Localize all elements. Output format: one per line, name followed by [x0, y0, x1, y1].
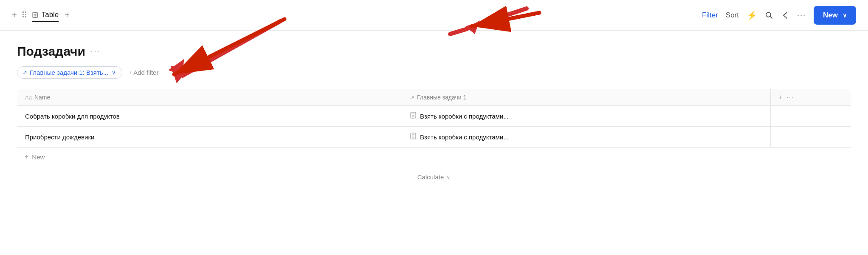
main-content: Подзадачи ··· ↗ Главные задачи 1: Взять.…	[0, 31, 868, 181]
new-button[interactable]: New ∨	[814, 6, 856, 25]
filter-chip-arrow-icon: ↗	[23, 69, 27, 76]
col-tasks-arrow-icon: ↗	[410, 94, 414, 101]
filter-chip-chevron-icon: ∨	[112, 69, 116, 76]
toolbar-left: + ⠿ ⊞ Table +	[12, 8, 697, 22]
new-button-chevron: ∨	[840, 12, 847, 19]
page-title-more[interactable]: ···	[90, 46, 101, 57]
row-name-text: Приобрести дождевики	[25, 133, 94, 141]
filter-chip-label: Главные задачи 1: Взять...	[30, 69, 108, 76]
row-name-text: Собрать коробки для продуктов	[25, 113, 120, 120]
cell-task-1: Взять коробки с продуктами...	[402, 127, 771, 147]
page-title: Подзадачи	[17, 44, 85, 59]
table-header-row: Aa Name ↗ Главные задачи 1 + ···	[17, 89, 851, 106]
new-button-divider	[839, 10, 839, 20]
add-filter-button[interactable]: + Add filter	[128, 69, 158, 76]
new-button-label: New	[823, 11, 838, 20]
filter-bar: ↗ Главные задачи 1: Взять... ∨ + Add fil…	[17, 66, 851, 79]
cell-extra-0	[771, 106, 851, 127]
col-name-header: Aa Name	[17, 89, 402, 106]
table-row[interactable]: Приобрести дождевики Взять коробки с про…	[17, 127, 851, 147]
cell-task-0: Взять коробки с продуктами...	[402, 106, 771, 127]
table-icon: ⊞	[32, 10, 38, 20]
svg-line-1	[770, 16, 772, 18]
col-name-label: Name	[34, 94, 50, 101]
add-view-icon[interactable]: +	[12, 10, 17, 20]
new-row-plus-icon: +	[25, 153, 28, 161]
filter-chip[interactable]: ↗ Главные задачи 1: Взять... ∨	[17, 66, 122, 79]
cell-name-0: Собрать коробки для продуктов	[17, 106, 402, 127]
new-row-label: New	[32, 153, 45, 161]
sort-button[interactable]: Sort	[726, 11, 739, 20]
page-title-row: Подзадачи ···	[17, 44, 851, 59]
filter-button[interactable]: Filter	[702, 11, 718, 20]
table-tab-label: Table	[42, 11, 59, 19]
task-doc-icon	[410, 133, 417, 141]
col-add-icon[interactable]: +	[778, 94, 782, 101]
add-tab-icon[interactable]: +	[65, 10, 70, 20]
calculate-label: Calculate	[417, 173, 444, 181]
calculate-bar[interactable]: Calculate ∨	[17, 166, 851, 181]
calculate-chevron-icon: ∨	[446, 174, 451, 180]
col-tasks-header: ↗ Главные задачи 1	[402, 89, 771, 106]
task-doc-icon	[410, 112, 417, 120]
toolbar: + ⠿ ⊞ Table + Filter Sort ⚡ ··· New ∨	[0, 0, 868, 31]
table-row[interactable]: Собрать коробки для продуктов Взять коро…	[17, 106, 851, 127]
toolbar-right: Filter Sort ⚡ ··· New ∨	[702, 6, 856, 25]
task-text: Взять коробки с продуктами...	[420, 113, 509, 120]
table-tab[interactable]: ⊞ Table	[32, 8, 59, 22]
more-button[interactable]: ···	[797, 11, 806, 20]
col-more-icon[interactable]: ···	[787, 94, 794, 101]
lightning-button[interactable]: ⚡	[747, 10, 757, 20]
drag-icon[interactable]: ⠿	[21, 10, 28, 20]
cell-name-1: Приобрести дождевики	[17, 127, 402, 147]
new-row-button[interactable]: + New	[17, 147, 851, 166]
col-extra-header: + ···	[771, 89, 851, 106]
col-name-type-icon: Aa	[25, 94, 32, 101]
task-text: Взять коробки с продуктами...	[420, 133, 509, 141]
col-tasks-label: Главные задачи 1	[417, 94, 466, 101]
cell-extra-1	[771, 127, 851, 147]
data-table: Aa Name ↗ Главные задачи 1 + ···	[17, 89, 851, 147]
search-button[interactable]	[765, 11, 773, 20]
share-button[interactable]	[781, 11, 789, 20]
